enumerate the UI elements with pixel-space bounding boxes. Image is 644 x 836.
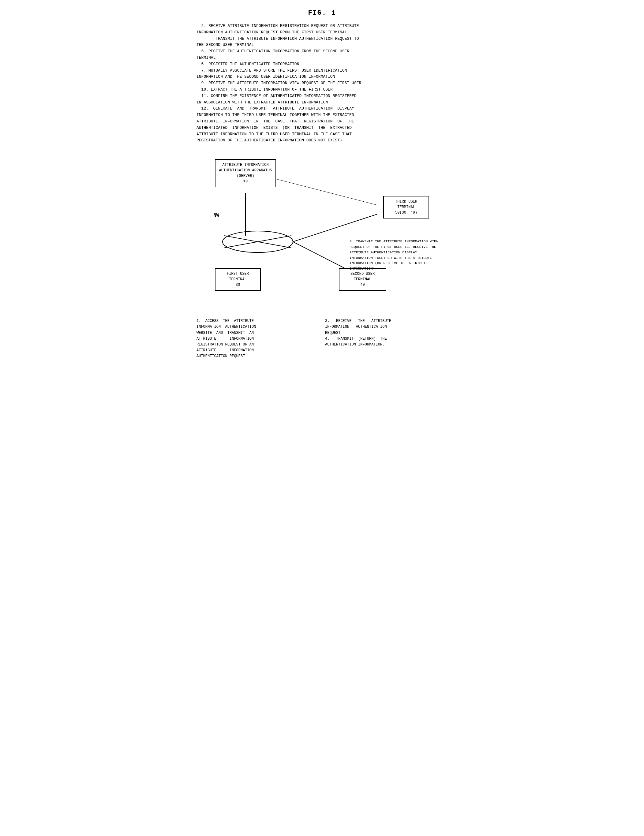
first-line1: FIRST USER [227,272,249,276]
right-annotation: 8. TRANSMIT THE ATTRIBUTE INFORMATION VI… [350,239,441,271]
nw-label: NW [213,213,219,218]
first-user-box: FIRST USER TERMINAL 30 [215,268,261,291]
bottom-annotations: 1. ACCESS THE ATTRIBUTE INFORMATION AUTH… [196,318,448,359]
server-line2: AUTHENTICATION APPARATUS [219,168,272,173]
third-line2: TERMINAL [397,205,415,209]
second-line1: SECOND USER [350,272,375,276]
description-text: 2. RECEIVE ATTRIBUTE INFORMATION REGISTR… [196,23,448,144]
second-user-box: SECOND USER TERMINAL 40 [339,268,386,291]
first-line3: 30 [236,283,240,287]
bottom-right-text: 3. RECEIVE THE ATTRIBUTE INFORMATION AUT… [325,318,448,359]
first-line2: TERMINAL [229,277,247,281]
svg-line-5 [293,214,377,242]
third-line1: THIRD USER [395,199,417,204]
third-line3: 50(30, 40) [395,211,417,215]
server-line1: ATTRIBUTE INFORMATION [222,163,268,167]
server-line3: (SERVER) [237,174,254,178]
bottom-left-text: 1. ACCESS THE ATTRIBUTE INFORMATION AUTH… [196,318,319,359]
third-user-box: THIRD USER TERMINAL 50(30, 40) [383,196,429,219]
figure-title: FIG. 1 [196,9,448,17]
diagram: ATTRIBUTE INFORMATION AUTHENTICATION APP… [196,153,448,312]
second-line3: 40 [360,283,364,287]
second-line2: TERMINAL [354,277,372,281]
svg-line-7 [276,179,377,205]
server-box: ATTRIBUTE INFORMATION AUTHENTICATION APP… [215,159,276,187]
server-line4: 10 [244,179,248,184]
